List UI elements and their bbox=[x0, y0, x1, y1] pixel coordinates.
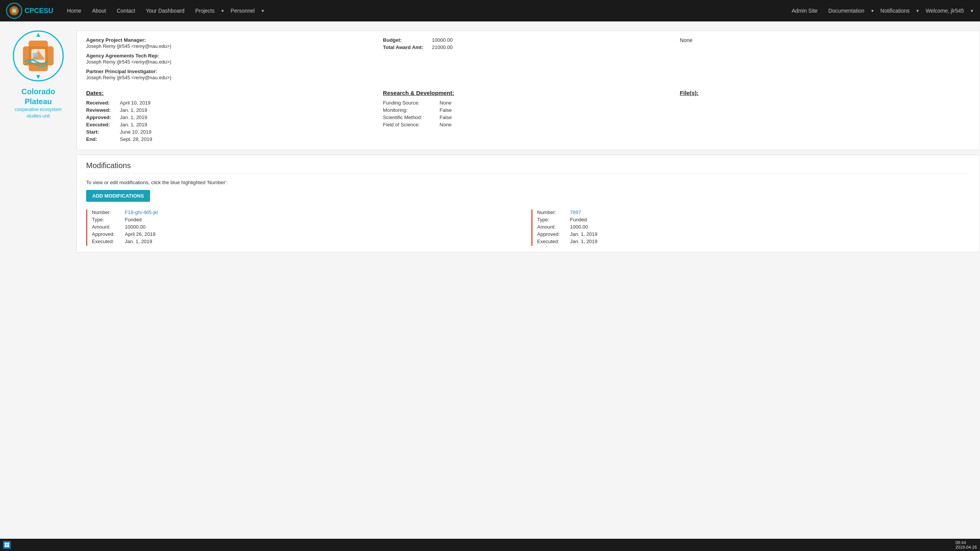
modifications-instructions: To view or edit modifications, click the… bbox=[86, 180, 970, 185]
nav-dashboard[interactable]: Your Dashboard bbox=[141, 5, 189, 17]
taskbar-icons: 08:44 2019-04-26 bbox=[956, 540, 977, 549]
nav-personnel-dropdown[interactable]: Personnel ▼ bbox=[226, 5, 265, 17]
content-area: Colorado Plateau cooperative ecosystem s… bbox=[0, 21, 980, 262]
mod2-number-link[interactable]: 7897 bbox=[570, 209, 581, 215]
funding-source-label: Funding Source: bbox=[383, 100, 436, 106]
mod2-type-row: Type: Funded bbox=[537, 217, 970, 222]
mod2-type-value: Funded bbox=[570, 217, 587, 222]
nav-projects-dropdown[interactable]: Projects ▼ bbox=[191, 5, 224, 17]
monitoring-label: Monitoring: bbox=[383, 107, 436, 113]
mod2-executed-value: Jan. 1, 2019 bbox=[570, 239, 598, 244]
mod2-amount-label: Amount: bbox=[537, 224, 568, 230]
approved-row: Approved: Jan. 1, 2019 bbox=[86, 114, 377, 120]
svg-rect-10 bbox=[7, 543, 10, 545]
svg-rect-9 bbox=[5, 543, 7, 545]
nav-contact[interactable]: Contact bbox=[112, 5, 140, 17]
mod1-amount-row: Amount: 10000.00 bbox=[92, 224, 525, 230]
page-wrapper: Colorado Plateau cooperative ecosystem s… bbox=[0, 21, 980, 539]
rd-title: Research & Development: bbox=[383, 90, 673, 96]
mod1-number-row: Number: F18-ghi-465-jkl bbox=[92, 209, 525, 215]
agency-pm-label: Agency Project Manager: bbox=[86, 37, 155, 43]
partner-pi-row: Partner Principal Investigator: bbox=[86, 69, 377, 74]
nav-logo[interactable]: CPCESU bbox=[6, 3, 53, 19]
add-modifications-button[interactable]: ADD MODIFICATIONS bbox=[86, 190, 150, 202]
field-of-science-label: Field of Science: bbox=[383, 122, 436, 128]
budget-value: 10000.00 bbox=[432, 37, 452, 43]
total-award-value: 21000.00 bbox=[432, 44, 452, 50]
nav-about[interactable]: About bbox=[87, 5, 111, 17]
windows-icon bbox=[5, 543, 9, 547]
dates-col: Dates: Received: April 10, 2019 Reviewed… bbox=[86, 90, 377, 144]
dates-title: Dates: bbox=[86, 90, 377, 96]
sidebar-org-name: Colorado Plateau bbox=[8, 87, 69, 106]
end-label: End: bbox=[86, 136, 117, 142]
total-award-label: Total Award Amt: bbox=[383, 44, 429, 50]
nav-user-dropdown[interactable]: Welcome, jlr545 ▼ bbox=[921, 5, 974, 17]
total-award-row: Total Award Amt: 21000.00 bbox=[383, 44, 673, 50]
agency-pm-row: Agency Project Manager: bbox=[86, 37, 377, 43]
mod1-executed-row: Executed: Jan. 1, 2019 bbox=[92, 239, 525, 244]
mod-entry-1: Number: F18-ghi-465-jkl Type: Funded Amo… bbox=[86, 209, 525, 246]
monitoring-value: False bbox=[439, 107, 452, 113]
files-col: File(s): bbox=[680, 90, 970, 144]
mod2-executed-label: Executed: bbox=[537, 239, 568, 244]
mod2-amount-value: 1000.00 bbox=[570, 224, 588, 230]
monitoring-row: Monitoring: False bbox=[383, 107, 673, 113]
main-right: Agency Project Manager: Joseph Remy (jlr… bbox=[77, 21, 980, 262]
svg-rect-8 bbox=[33, 53, 38, 57]
budget-row: Budget: 10000.00 bbox=[383, 37, 673, 43]
scientific-method-value: False bbox=[439, 114, 452, 120]
mod2-approved-label: Approved: bbox=[537, 231, 568, 237]
end-value: Sept. 28, 2019 bbox=[120, 136, 152, 142]
modifications-section: Modifications To view or edit modificati… bbox=[77, 155, 980, 252]
mod-entry-2: Number: 7897 Type: Funded Amount: 1000.0… bbox=[531, 209, 970, 246]
rd-col: Research & Development: Funding Source: … bbox=[383, 90, 673, 144]
mod2-number-row: Number: 7897 bbox=[537, 209, 970, 215]
budget-label: Budget: bbox=[383, 37, 429, 43]
files-none-col: None bbox=[680, 37, 970, 80]
mod2-type-label: Type: bbox=[537, 217, 568, 222]
executed-row: Executed: Jan. 1, 2019 bbox=[86, 122, 377, 128]
mod2-amount-row: Amount: 1000.00 bbox=[537, 224, 970, 230]
notifications-chevron-icon: ▼ bbox=[916, 9, 920, 13]
nav-personnel[interactable]: Personnel bbox=[226, 5, 259, 17]
scientific-method-row: Scientific Method: False bbox=[383, 114, 673, 120]
executed-value: Jan. 1, 2019 bbox=[120, 122, 147, 128]
nav-user[interactable]: Welcome, jlr545 bbox=[921, 5, 969, 17]
persons-grid: Agency Project Manager: Joseph Remy (jlr… bbox=[86, 37, 970, 80]
mod1-approved-row: Approved: April 26, 2019 bbox=[92, 231, 525, 237]
nav-admin[interactable]: Admin Site bbox=[787, 5, 822, 17]
mod2-approved-row: Approved: Jan. 1, 2019 bbox=[537, 231, 970, 237]
svg-rect-12 bbox=[7, 545, 10, 548]
projects-chevron-icon: ▼ bbox=[220, 9, 224, 13]
nav-documentation[interactable]: Documentation bbox=[824, 5, 869, 17]
mod1-type-label: Type: bbox=[92, 217, 122, 222]
start-button[interactable] bbox=[3, 541, 11, 549]
nav-notifications-dropdown[interactable]: Notifications ▼ bbox=[876, 5, 920, 17]
reviewed-row: Reviewed: Jan. 1, 2019 bbox=[86, 107, 377, 113]
start-label: Start: bbox=[86, 129, 117, 135]
received-row: Received: April 10, 2019 bbox=[86, 100, 377, 106]
taskbar: 08:44 2019-04-26 bbox=[0, 539, 980, 551]
sidebar-logo-image bbox=[11, 29, 65, 83]
executed-label: Executed: bbox=[86, 122, 117, 128]
mod1-executed-value: Jan. 1, 2019 bbox=[125, 239, 152, 244]
start-row: Start: June 10, 2019 bbox=[86, 129, 377, 135]
svg-rect-11 bbox=[5, 545, 7, 548]
org-logo-svg bbox=[11, 29, 65, 83]
nav-home[interactable]: Home bbox=[62, 5, 86, 17]
nav-docs-dropdown[interactable]: Documentation ▼ bbox=[824, 5, 874, 17]
dates-grid: Dates: Received: April 10, 2019 Reviewed… bbox=[86, 87, 970, 144]
svg-point-2 bbox=[13, 9, 16, 12]
mod-entries: Number: F18-ghi-465-jkl Type: Funded Amo… bbox=[86, 209, 970, 246]
mod1-approved-value: April 26, 2019 bbox=[125, 231, 155, 237]
agreements-tech-row: Agency Agreements Tech Rep: bbox=[86, 53, 377, 59]
nav-projects[interactable]: Projects bbox=[191, 5, 219, 17]
taskbar-time: 08:44 2019-04-26 bbox=[956, 540, 977, 549]
received-label: Received: bbox=[86, 100, 117, 106]
agency-pm-value: Joseph Remy (jlr545 <remy@nau.edu>) bbox=[86, 44, 377, 49]
mod1-number-link[interactable]: F18-ghi-465-jkl bbox=[125, 209, 158, 215]
mod1-type-value: Funded bbox=[125, 217, 142, 222]
nav-notifications[interactable]: Notifications bbox=[876, 5, 914, 17]
reviewed-value: Jan. 1, 2019 bbox=[120, 107, 147, 113]
